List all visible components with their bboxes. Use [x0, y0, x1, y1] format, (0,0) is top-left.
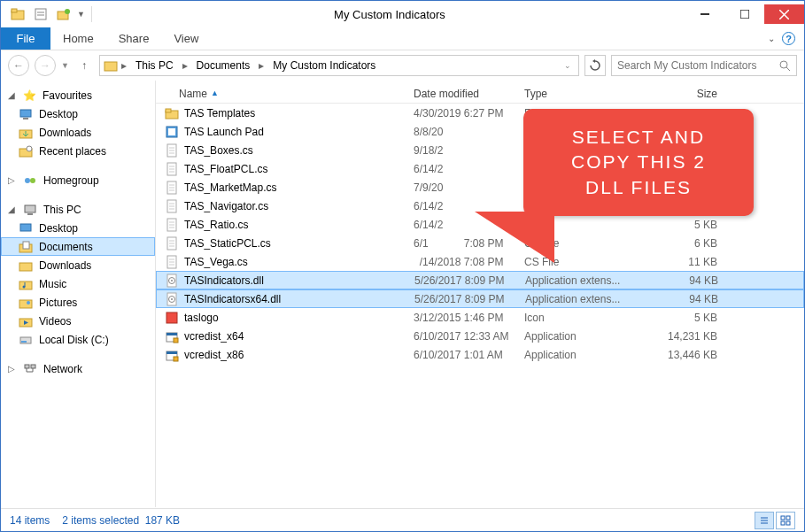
close-button[interactable] — [764, 4, 804, 24]
window-title: My Custom Indicators — [95, 8, 685, 21]
file-size-cell: 6 KB — [625, 237, 723, 250]
crumb-arrow-icon[interactable]: ▸ — [120, 59, 128, 72]
file-row[interactable]: TASIndicatorsx64.dll5/26/2017 8:09 PMApp… — [156, 289, 804, 308]
svg-rect-77 — [166, 312, 177, 323]
music-icon — [19, 277, 33, 291]
search-box[interactable] — [611, 55, 797, 76]
colheader-date[interactable]: Date modified — [408, 88, 519, 100]
refresh-button[interactable] — [584, 55, 606, 76]
svg-rect-29 — [19, 300, 32, 308]
nav-pc-music[interactable]: Music — [1, 274, 155, 293]
svg-rect-83 — [174, 357, 178, 361]
tab-file[interactable]: File — [1, 27, 50, 50]
file-name-cell: TAS_Vega.cs — [156, 255, 408, 269]
window-buttons — [685, 4, 804, 24]
crumb-documents[interactable]: Documents — [191, 56, 256, 75]
file-size-cell: 13,446 KB — [625, 349, 723, 361]
crumb-arrow-icon[interactable]: ▸ — [257, 59, 266, 72]
svg-rect-25 — [23, 242, 29, 249]
view-icons-button[interactable] — [776, 512, 795, 529]
file-size-cell: 94 KB — [626, 293, 724, 305]
disk-icon — [19, 333, 33, 347]
colheader-size[interactable]: Size — [625, 88, 723, 100]
file-name-cell: TAS_MarketMap.cs — [156, 181, 408, 195]
nav-favourites[interactable]: ◢⭐Favourites — [1, 86, 155, 104]
callout-tail — [475, 212, 554, 263]
up-button[interactable]: ↑ — [74, 56, 94, 75]
nav-fav-downloads[interactable]: Downloads — [1, 123, 155, 142]
file-name-cell: TAS_FloatPCL.cs — [156, 162, 408, 176]
nav-pc-desktop[interactable]: Desktop — [1, 219, 155, 237]
view-details-button[interactable] — [755, 512, 774, 529]
search-input[interactable] — [617, 59, 779, 72]
file-row[interactable]: vcredist_x866/10/2017 1:01 AMApplication… — [156, 345, 804, 364]
nav-network[interactable]: ▷Network — [1, 359, 155, 378]
file-date-cell: 6/14/2 — [408, 163, 519, 175]
computer-icon — [23, 203, 37, 217]
tab-view[interactable]: View — [161, 27, 211, 50]
svg-rect-90 — [786, 521, 790, 525]
file-size-cell: 5 KB — [625, 312, 723, 324]
file-name-cell: TAS_Boxes.cs — [156, 143, 408, 158]
nav-fav-recent[interactable]: Recent places — [1, 142, 155, 160]
back-button[interactable]: ← — [8, 55, 29, 76]
dll-icon — [165, 292, 179, 306]
nav-pc-documents[interactable]: Documents — [1, 237, 155, 256]
file-row[interactable]: vcredist_x646/10/2017 12:33 AMApplicatio… — [156, 327, 804, 345]
tab-share[interactable]: Share — [106, 27, 162, 50]
colheader-type[interactable]: Type — [519, 88, 625, 100]
svg-rect-21 — [25, 205, 35, 212]
qat-chevron-icon[interactable]: ▼ — [77, 10, 85, 19]
file-date-cell: 6/10/2017 1:01 AM — [408, 349, 519, 361]
qat-newfolder-icon[interactable] — [54, 4, 74, 24]
status-item-count: 14 items — [10, 514, 50, 527]
quick-access-toolbar: ▼ — [1, 4, 95, 24]
breadcrumb-chevron-icon[interactable]: ⌄ — [561, 61, 575, 70]
svg-point-20 — [30, 178, 35, 183]
svg-point-76 — [171, 298, 173, 300]
svg-rect-14 — [20, 110, 31, 117]
help-icon[interactable]: ? — [782, 32, 795, 45]
file-date-cell: 4/30/2019 6:27 PM — [408, 107, 519, 120]
file-name-cell: vcredist_x64 — [156, 329, 408, 343]
svg-rect-42 — [168, 128, 175, 135]
nav-pane[interactable]: ◢⭐Favourites Desktop Downloads Recent pl… — [1, 81, 156, 507]
file-row[interactable]: taslogo3/12/2015 1:46 PMIcon5 KB — [156, 308, 804, 327]
cs-icon — [165, 218, 179, 232]
view-toggle — [755, 512, 795, 529]
file-name: vcredist_x86 — [184, 349, 244, 361]
svg-rect-23 — [20, 224, 31, 231]
svg-rect-27 — [19, 281, 32, 289]
file-list-pane: Name▲ Date modified Type Size TAS Templa… — [156, 81, 804, 507]
maximize-button[interactable] — [724, 4, 764, 24]
pictures-icon — [19, 296, 33, 310]
nav-pc-videos[interactable]: Videos — [1, 312, 155, 330]
crumb-current[interactable]: My Custom Indicators — [267, 56, 381, 75]
crumb-arrow-icon[interactable]: ▸ — [181, 59, 190, 72]
ribbon-chevron-icon[interactable]: ⌄ — [768, 34, 775, 43]
nav-thispc[interactable]: ◢This PC — [1, 200, 155, 219]
file-name: TAS_Boxes.cs — [184, 144, 253, 157]
qat-properties-icon[interactable] — [31, 4, 50, 24]
nav-pc-downloads[interactable]: Downloads — [1, 256, 155, 274]
file-name: TAS_MarketMap.cs — [184, 181, 276, 194]
breadcrumb[interactable]: ▸ This PC ▸ Documents ▸ My Custom Indica… — [99, 55, 579, 76]
history-chevron-icon[interactable]: ▼ — [61, 61, 69, 70]
tab-home[interactable]: Home — [50, 27, 106, 50]
nav-homegroup[interactable]: ▷Homegroup — [1, 171, 155, 189]
nav-pc-pictures[interactable]: Pictures — [1, 293, 155, 312]
crumb-thispc[interactable]: This PC — [130, 56, 179, 75]
nav-pc-localdisk[interactable]: Local Disk (C:) — [1, 330, 155, 349]
callout-line: SELECT AND — [536, 125, 741, 150]
svg-line-13 — [786, 67, 790, 71]
file-date-cell: 7/9/20 — [408, 181, 519, 194]
callout-line: DLL FILES — [536, 175, 741, 200]
file-date-cell: 6/14/2 — [408, 200, 519, 212]
forward-button[interactable]: → — [35, 55, 56, 76]
svg-point-6 — [65, 9, 70, 14]
file-row[interactable]: TASIndicators.dll5/26/2017 8:09 PMApplic… — [156, 271, 804, 289]
file-name: TAS Launch Pad — [184, 126, 264, 138]
colheader-name[interactable]: Name▲ — [156, 88, 408, 100]
minimize-button[interactable] — [685, 4, 724, 24]
nav-fav-desktop[interactable]: Desktop — [1, 104, 155, 123]
